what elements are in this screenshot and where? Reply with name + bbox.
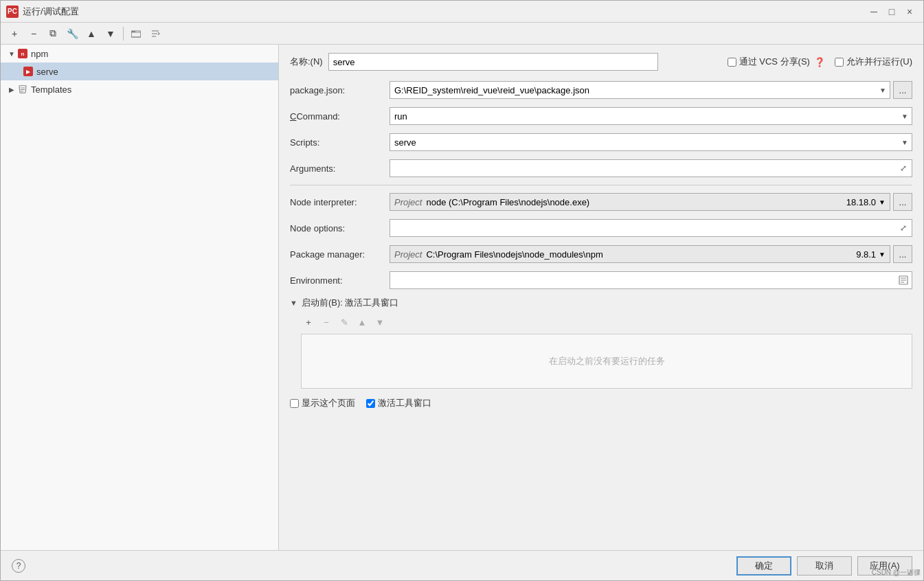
package-manager-browse-button[interactable]: ... bbox=[893, 245, 912, 263]
activate-tools-checkbox-wrapper[interactable]: 激活工具窗口 bbox=[366, 397, 431, 409]
node-interpreter-field-group: Project node (C:\Program Files\nodejs\no… bbox=[390, 193, 912, 211]
minimize-button[interactable]: ─ bbox=[866, 3, 882, 20]
before-launch-toolbar: + − ✎ ▲ ▼ bbox=[290, 315, 912, 330]
activate-tools-label: 激活工具窗口 bbox=[378, 397, 431, 409]
node-interpreter-badge: Project bbox=[394, 197, 422, 207]
add-config-button[interactable]: + bbox=[6, 25, 23, 42]
apply-button[interactable]: 应用(A) bbox=[857, 556, 912, 576]
config-tree: ▼ n npm ▶ serve ▶ bbox=[1, 45, 279, 550]
package-json-label: package.json: bbox=[290, 85, 390, 95]
node-options-label: Node options: bbox=[290, 223, 390, 233]
show-page-label: 显示这个页面 bbox=[302, 397, 355, 409]
bl-remove-button[interactable]: − bbox=[319, 315, 334, 330]
toolbar: + − ⧉ 🔧 ▲ ▼ bbox=[1, 23, 923, 45]
move-down-button[interactable]: ▼ bbox=[102, 25, 119, 42]
arguments-field-wrapper: ⤢ bbox=[390, 159, 912, 177]
templates-label: Templates bbox=[31, 84, 71, 95]
move-up-button[interactable]: ▲ bbox=[83, 25, 100, 42]
node-options-expand-button[interactable]: ⤢ bbox=[897, 221, 910, 235]
tree-npm-group[interactable]: ▼ n npm bbox=[1, 45, 278, 62]
package-json-field-group: G:\REID_system\reid_vue\reid_vue\package… bbox=[390, 81, 912, 99]
scripts-label: Scripts: bbox=[290, 137, 390, 148]
package-manager-value: C:\Program Files\nodejs\node_modules\npm bbox=[426, 249, 602, 260]
package-manager-label: Package manager: bbox=[290, 249, 390, 260]
templates-icon bbox=[17, 84, 28, 95]
bl-down-button[interactable]: ▼ bbox=[372, 315, 387, 330]
close-button[interactable]: × bbox=[901, 3, 918, 20]
command-label: CCommand: bbox=[290, 111, 390, 122]
show-page-checkbox-wrapper[interactable]: 显示这个页面 bbox=[290, 397, 355, 409]
scripts-select[interactable]: serve bbox=[390, 133, 912, 151]
command-row: CCommand: run ▼ bbox=[290, 106, 912, 126]
scripts-select-wrapper: serve ▼ bbox=[390, 133, 912, 151]
command-select[interactable]: run bbox=[390, 107, 912, 125]
vcs-help-icon[interactable]: ❓ bbox=[814, 57, 825, 67]
app-icon: PC bbox=[6, 5, 19, 18]
package-manager-display: Project C:\Program Files\nodejs\node_mod… bbox=[390, 245, 890, 263]
serve-icon: ▶ bbox=[23, 66, 34, 77]
svg-rect-2 bbox=[131, 32, 141, 37]
cancel-button[interactable]: 取消 bbox=[797, 556, 852, 576]
folder-button[interactable] bbox=[128, 25, 144, 42]
node-interpreter-display: Project node (C:\Program Files\nodejs\no… bbox=[390, 193, 890, 211]
before-launch-content: 在启动之前没有要运行的任务 bbox=[301, 334, 912, 389]
environment-edit-button[interactable] bbox=[897, 273, 910, 287]
help-button[interactable]: ? bbox=[12, 559, 25, 573]
node-options-field-wrapper: ⤢ bbox=[390, 219, 912, 237]
node-interpreter-browse-button[interactable]: ... bbox=[893, 193, 912, 211]
node-interpreter-value: node (C:\Program Files\nodejs\node.exe) bbox=[426, 197, 589, 207]
maximize-button[interactable]: □ bbox=[883, 3, 900, 20]
node-options-input[interactable] bbox=[390, 220, 894, 236]
environment-label: Environment: bbox=[290, 275, 390, 286]
show-page-checkbox[interactable] bbox=[290, 399, 299, 408]
no-tasks-message: 在启动之前没有要运行的任务 bbox=[549, 355, 665, 367]
npm-icon: n bbox=[17, 48, 28, 59]
before-launch-section: ▼ 启动前(B): 激活工具窗口 + − ✎ ▲ ▼ 在启动之前没有要运行的任务 bbox=[290, 297, 912, 389]
node-interpreter-version: 18.18.0 bbox=[846, 197, 876, 207]
package-manager-badge: Project bbox=[394, 249, 422, 260]
package-manager-field-group: Project C:\Program Files\nodejs\node_mod… bbox=[390, 245, 912, 263]
arguments-expand-button[interactable]: ⤢ bbox=[897, 161, 910, 175]
node-options-row: Node options: ⤢ bbox=[290, 218, 912, 238]
package-json-row: package.json: G:\REID_system\reid_vue\re… bbox=[290, 80, 912, 100]
parallel-checkbox-wrapper[interactable]: 允许并行运行(U) bbox=[835, 56, 912, 68]
templates-toggle[interactable]: ▶ bbox=[6, 84, 17, 95]
bl-edit-button[interactable]: ✎ bbox=[337, 315, 352, 330]
tree-templates-group[interactable]: ▶ Templates bbox=[1, 80, 278, 98]
main-content: ▼ n npm ▶ serve ▶ bbox=[1, 45, 923, 550]
before-launch-header[interactable]: ▼ 启动前(B): 激活工具窗口 bbox=[290, 297, 912, 309]
command-select-wrapper: run ▼ bbox=[390, 107, 912, 125]
npm-toggle[interactable]: ▼ bbox=[6, 48, 17, 59]
before-launch-title: 启动前(B): 激活工具窗口 bbox=[302, 297, 399, 309]
vcs-checkbox-wrapper[interactable]: 通过 VCS 分享(S) bbox=[728, 56, 810, 68]
vcs-label: 通过 VCS 分享(S) bbox=[739, 56, 810, 68]
name-label: 名称:(N) bbox=[290, 56, 323, 68]
package-json-browse-button[interactable]: ... bbox=[893, 81, 912, 99]
settings-button[interactable]: 🔧 bbox=[64, 25, 80, 42]
package-json-select[interactable]: G:\REID_system\reid_vue\reid_vue\package… bbox=[390, 81, 890, 99]
environment-input[interactable] bbox=[390, 272, 894, 288]
name-input[interactable] bbox=[328, 53, 658, 71]
window-controls: ─ □ × bbox=[866, 3, 918, 20]
ok-button[interactable]: 确定 bbox=[736, 556, 791, 576]
scripts-row: Scripts: serve ▼ bbox=[290, 133, 912, 152]
activate-tools-checkbox[interactable] bbox=[366, 399, 375, 408]
remove-config-button[interactable]: − bbox=[25, 25, 42, 42]
bl-up-button[interactable]: ▲ bbox=[354, 315, 370, 330]
environment-row: Environment: bbox=[290, 271, 912, 290]
bottom-checkboxes: 显示这个页面 激活工具窗口 bbox=[290, 397, 912, 409]
before-launch-toggle-icon: ▼ bbox=[290, 299, 297, 307]
tree-serve-item[interactable]: ▶ serve bbox=[1, 62, 278, 80]
window-title: 运行/调试配置 bbox=[23, 5, 866, 18]
bl-add-button[interactable]: + bbox=[301, 315, 316, 330]
arguments-row: Arguments: ⤢ bbox=[290, 159, 912, 178]
node-interpreter-label: Node interpreter: bbox=[290, 197, 390, 207]
sort-button[interactable] bbox=[147, 25, 164, 42]
npm-label: npm bbox=[31, 49, 48, 59]
arguments-input[interactable] bbox=[390, 160, 894, 176]
node-interpreter-dropdown-icon: ▼ bbox=[879, 198, 886, 206]
vcs-checkbox[interactable] bbox=[728, 58, 736, 67]
copy-config-button[interactable]: ⧉ bbox=[45, 25, 61, 42]
parallel-checkbox[interactable] bbox=[835, 58, 844, 67]
footer: ? 确定 取消 应用(A) bbox=[1, 550, 923, 580]
